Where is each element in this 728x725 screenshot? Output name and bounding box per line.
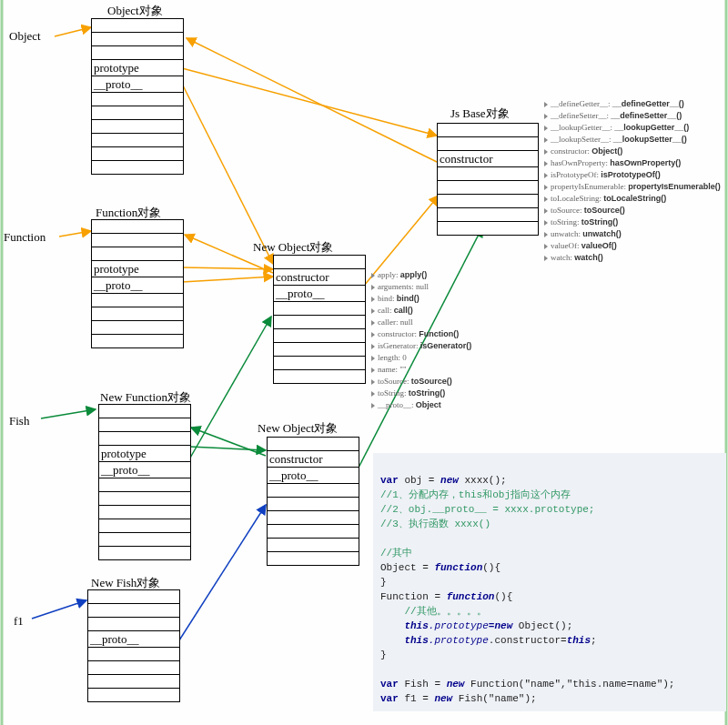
box-row [274,357,365,370]
box-row [92,161,183,174]
prop-item: propertyIsEnumerable: propertyIsEnumerab… [544,181,721,193]
box-row [438,195,538,208]
triangle-icon [544,244,548,249]
svg-line-11 [189,447,266,450]
box-row [92,307,183,321]
prop-item: unwatch: unwatch() [544,228,721,240]
triangle-icon [371,273,375,278]
box-row [99,478,190,492]
var-label-fish: Fish [9,414,29,428]
prop-item: valueOf: valueOf() [544,240,721,252]
prop-item: toSource: toSource() [371,376,471,388]
box-row [92,234,183,247]
box-row [92,147,183,161]
triangle-icon [371,391,375,397]
triangle-icon [371,332,375,337]
box-row-constructor: constructor [438,151,538,167]
svg-line-7 [182,277,273,282]
code-line: //1、分配内存，this和obj指向这个内存 [380,489,571,500]
triangle-icon [544,220,548,226]
box-row [99,432,190,446]
triangle-icon [371,297,375,302]
code-line: } [380,577,387,588]
box-row [268,525,359,539]
triangle-icon [544,102,548,107]
box-row [88,648,179,661]
proplist-new-object: apply: apply()arguments: nullbind: bind(… [371,269,471,411]
prop-item: isGenerator: isGenerator() [371,340,471,352]
prop-item: toString: toString() [544,216,721,228]
prop-item: watch: watch() [544,252,721,264]
box-row [274,316,365,329]
svg-line-12 [189,317,271,459]
svg-line-10 [187,38,437,162]
box-row [92,335,183,347]
box-row [88,675,179,689]
svg-line-4 [182,68,437,136]
box-object: prototype __proto__ [91,18,184,175]
code-line: //3、执行函数 xxxx() [380,519,490,529]
box-row [268,438,359,451]
box-row-constructor: constructor [268,451,359,468]
box-new-object-1: constructor __proto__ [273,255,366,384]
box-row [268,552,359,565]
triangle-icon [544,137,548,143]
box-row [268,511,359,525]
svg-line-0 [55,27,91,36]
code-block: var obj = new xxxx(); //1、分配内存，this和obj指… [373,453,726,711]
box-row [274,343,365,357]
box-row [92,220,183,234]
box-row [438,222,538,235]
triangle-icon [544,149,548,155]
proplist-js-base: __defineGetter__: __defineGetter__()__de… [544,98,721,264]
box-row [99,492,190,506]
box-new-object-2: constructor __proto__ [267,437,359,566]
prop-item: __defineSetter__: __defineSetter__() [544,110,721,122]
prop-item: toLocaleString: toLocaleString() [544,193,721,205]
prop-item: hasOwnProperty: hasOwnProperty() [544,157,721,169]
box-row-proto: __proto__ [268,468,359,484]
triangle-icon [544,126,548,131]
box-row [88,661,179,675]
box-row [92,134,183,147]
triangle-icon [544,114,548,119]
box-row [274,329,365,343]
title-new-object-obj-2: New Object对象 [258,420,338,437]
triangle-icon [544,232,548,237]
box-row [92,247,183,261]
box-row [92,33,183,46]
triangle-icon [371,344,375,349]
triangle-icon [544,196,548,202]
box-row [92,106,183,120]
box-row [99,506,190,519]
box-row [268,484,359,498]
var-label-function: Function [4,230,46,245]
svg-line-6 [182,267,273,269]
box-row-proto: __proto__ [92,76,183,93]
triangle-icon [371,368,375,373]
svg-line-5 [182,84,273,264]
box-row [92,19,183,33]
box-js-base: constructor [437,123,539,236]
box-row [92,120,183,134]
triangle-icon [371,356,375,361]
box-row [274,370,365,383]
prop-item: isPrototypeOf: isPrototypeOf() [544,169,721,181]
box-row-proto: __proto__ [88,631,179,648]
triangle-icon [544,161,548,166]
box-row [88,590,179,604]
title-object-obj: Object对象 [107,3,163,19]
svg-line-13 [191,428,266,456]
box-row [92,46,183,60]
box-row [92,294,183,307]
box-row [99,405,190,418]
triangle-icon [371,285,375,290]
triangle-icon [544,256,548,261]
prop-item: constructor: Function() [371,328,471,340]
box-row [99,519,190,533]
prop-item: apply: apply() [371,269,471,281]
box-row [438,124,538,137]
prop-item: call: call() [371,305,471,317]
prop-item: caller: null [371,317,471,328]
box-row-proto: __proto__ [92,277,183,294]
